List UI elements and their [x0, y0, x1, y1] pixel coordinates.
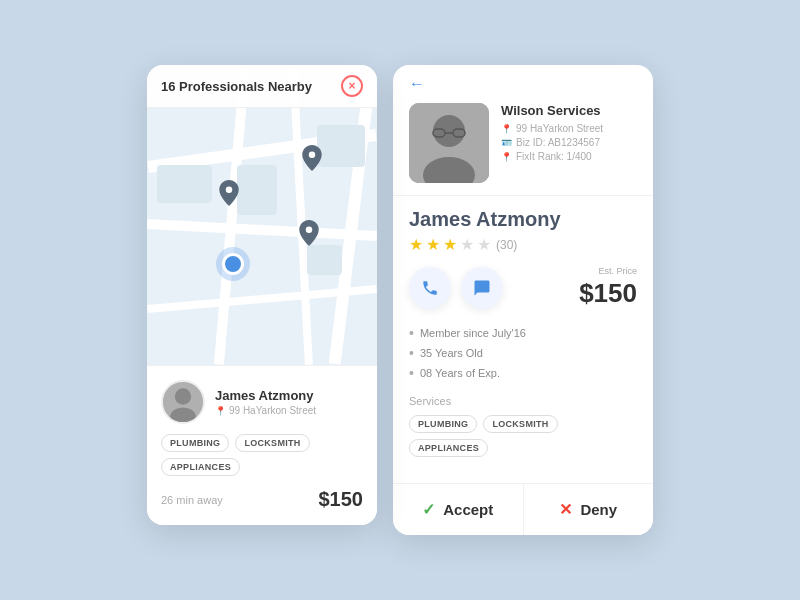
message-button[interactable]: [461, 267, 503, 309]
right-tag-appliances[interactable]: APPLIANCES: [409, 439, 488, 457]
service-tags-right: PLUMBING LOCKSMITH APPLIANCES: [409, 415, 637, 457]
biz-info: Wilson Services 📍 99 HaYarkon Street 🪪 B…: [501, 103, 637, 183]
back-button[interactable]: ←: [409, 75, 425, 92]
info-card: James Atzmony 📍 99 HaYarkon Street PLUMB…: [147, 365, 377, 525]
star-3: ★: [443, 235, 457, 254]
map-area: 16 Professionals Nearby ×: [147, 65, 377, 365]
call-button[interactable]: [409, 267, 451, 309]
price-label: Est. Price: [579, 266, 637, 276]
svg-point-2: [306, 227, 313, 234]
location-icon: 📍: [215, 406, 226, 416]
svg-point-1: [226, 187, 233, 194]
profile-section: Wilson Services 📍 99 HaYarkon Street 🪪 B…: [393, 93, 653, 196]
action-row: Est. Price $150: [409, 266, 637, 309]
main-content: James Atzmony ★ ★ ★ ★ ★ (30): [393, 196, 653, 483]
avatar: [161, 380, 205, 424]
right-card: ← Wilson S: [393, 65, 653, 535]
price-section: Est. Price $150: [579, 266, 637, 309]
biz-id: 🪪 Biz ID: AB1234567: [501, 137, 637, 148]
bullet-2: 35 Years Old: [409, 343, 637, 363]
card-address: 📍 99 HaYarkon Street: [215, 405, 316, 416]
price-value: $150: [579, 278, 637, 309]
map-pin-1[interactable]: [302, 145, 322, 171]
svg-point-7: [433, 115, 465, 147]
bullet-3: 08 Years of Exp.: [409, 363, 637, 383]
tag-locksmith[interactable]: LOCKSMITH: [235, 434, 309, 452]
svg-point-0: [309, 152, 316, 159]
star-2: ★: [426, 235, 440, 254]
map-pin-2[interactable]: [219, 180, 239, 206]
map-pin-3[interactable]: [299, 220, 319, 246]
deny-label: Deny: [580, 501, 617, 518]
x-icon: ✕: [559, 500, 572, 519]
deny-button[interactable]: ✕ Deny: [524, 484, 654, 535]
card-person-name: James Atzmony: [215, 388, 316, 403]
tag-plumbing[interactable]: PLUMBING: [161, 434, 229, 452]
professionals-title: 16 Professionals Nearby: [161, 79, 312, 94]
svg-point-4: [175, 388, 191, 404]
current-location-dot: [222, 253, 244, 275]
map-header: 16 Professionals Nearby ×: [147, 65, 377, 108]
away-text: 26 min away: [161, 494, 223, 506]
bullet-1: Member since July'16: [409, 323, 637, 343]
biz-name: Wilson Services: [501, 103, 637, 118]
right-tag-locksmith[interactable]: LOCKSMITH: [483, 415, 557, 433]
rating-row: ★ ★ ★ ★ ★ (30): [409, 235, 637, 254]
check-icon: ✓: [422, 500, 435, 519]
star-1: ★: [409, 235, 423, 254]
fixit-rank: 📍 FixIt Rank: 1/400: [501, 151, 637, 162]
services-label: Services: [409, 395, 637, 407]
rank-icon: 📍: [501, 152, 512, 162]
service-tags: PLUMBING LOCKSMITH APPLIANCES: [161, 434, 363, 476]
location-icon-right: 📍: [501, 124, 512, 134]
card-footer: 26 min away $150: [161, 488, 363, 511]
accept-button[interactable]: ✓ Accept: [393, 484, 524, 535]
nav-header: ←: [393, 65, 653, 93]
card-price: $150: [319, 488, 364, 511]
right-tag-plumbing[interactable]: PLUMBING: [409, 415, 477, 433]
biz-address: 📍 99 HaYarkon Street: [501, 123, 637, 134]
person-name: James Atzmony: [409, 208, 637, 231]
left-card: 16 Professionals Nearby ×: [147, 65, 377, 525]
tag-appliances[interactable]: APPLIANCES: [161, 458, 240, 476]
details-list: Member since July'16 35 Years Old 08 Yea…: [409, 323, 637, 383]
star-5: ★: [477, 235, 491, 254]
profile-photo: [409, 103, 489, 183]
star-4: ★: [460, 235, 474, 254]
close-button[interactable]: ×: [341, 75, 363, 97]
footer-actions: ✓ Accept ✕ Deny: [393, 483, 653, 535]
review-count: (30): [496, 238, 517, 252]
accept-label: Accept: [443, 501, 493, 518]
id-icon: 🪪: [501, 138, 512, 148]
